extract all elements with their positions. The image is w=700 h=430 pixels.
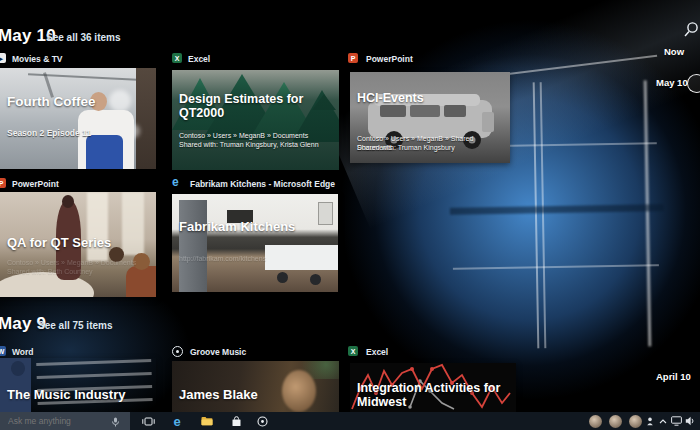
card-title: QA for QT Series (7, 236, 150, 251)
card-meta-url: http://fabrikam.com/kitchens (179, 254, 332, 263)
window-pane-edge (644, 80, 652, 346)
see-all-may-9-link[interactable]: See all 75 items (38, 320, 113, 331)
task-view-button[interactable] (137, 412, 159, 430)
activity-card-integration-activities[interactable]: Integration Activities for Midwest (350, 363, 516, 412)
powerpoint-icon: P (348, 53, 358, 63)
activity-card-fourth-coffee[interactable]: Fourth Coffee Season 2 Episode 11 (0, 68, 156, 169)
edge-icon: e (172, 177, 179, 187)
card-title: James Blake (179, 388, 333, 403)
app-label-edge-tab: Fabrikam Kitchens - Microsoft Edge (190, 179, 335, 189)
powerpoint-icon: P (0, 178, 6, 188)
card-title: Integration Activities for Midwest (357, 381, 510, 410)
activity-card-qa-qt-series[interactable]: QA for QT Series Contoso » Users » Megan… (0, 192, 156, 297)
timeline-scrubber-handle[interactable] (687, 74, 700, 93)
music-industry-thumbnail (0, 358, 156, 412)
activity-card-music-industry[interactable]: The Music Industry (0, 358, 156, 412)
search-icon[interactable] (683, 21, 700, 38)
excel-icon: X (172, 53, 182, 63)
activity-card-design-estimates[interactable]: Design Estimates for QT2000 Contoso » Us… (172, 70, 339, 170)
fabrikam-kitchens-thumbnail (172, 194, 338, 292)
card-title: HCI-Events (357, 91, 504, 105)
edge-taskbar-icon[interactable]: e (166, 412, 188, 430)
rail-label-april-10[interactable]: April 10 (656, 371, 691, 382)
microphone-icon[interactable] (111, 417, 120, 427)
app-label-powerpoint: PowerPoint (366, 54, 413, 64)
rail-label-may-10[interactable]: May 10 (656, 77, 688, 88)
people-contact-avatar[interactable] (609, 415, 622, 428)
card-title: The Music Industry (7, 388, 150, 403)
app-label-movies-tv: Movies & TV (12, 54, 63, 64)
app-label-word: Word (12, 347, 34, 357)
app-label-powerpoint: PowerPoint (12, 179, 59, 189)
people-contact-avatar[interactable] (589, 415, 602, 428)
windows-timeline-task-view: May 10 See all 36 items ▸ Movies & TV X … (0, 0, 700, 430)
app-label-excel: Excel (188, 54, 210, 64)
activity-card-james-blake[interactable]: James Blake (172, 361, 339, 412)
see-all-may-10-link[interactable]: See all 36 items (46, 32, 121, 43)
activity-card-fabrikam-kitchens[interactable]: Fabrikam Kitchens http://fabrikam.com/ki… (172, 194, 338, 292)
word-icon: W (0, 346, 6, 356)
window-mullion-shadow (450, 204, 664, 215)
store-icon[interactable] (225, 412, 247, 430)
card-title: Fourth Coffee (7, 94, 150, 110)
window-pane-edge (453, 264, 659, 270)
card-title: Fabrikam Kitchens (179, 220, 332, 235)
app-label-excel: Excel (366, 347, 388, 357)
window-pane-edge (533, 82, 540, 348)
card-meta-shared: Shared with: Truman Kingsbury (357, 143, 504, 152)
file-explorer-icon[interactable] (196, 412, 218, 430)
movies-tv-icon: ▸ (0, 53, 6, 63)
groove-music-taskbar-icon[interactable] (251, 412, 273, 430)
card-title: Design Estimates for QT2000 (179, 92, 333, 121)
activity-card-hci-events[interactable]: HCI-Events Contoso » Users » MeganB » Sh… (350, 72, 510, 163)
rail-label-now[interactable]: Now (664, 46, 684, 57)
window-pane-edge (540, 82, 547, 348)
volume-tray-icon[interactable] (682, 412, 698, 430)
groove-music-icon (172, 346, 183, 357)
card-meta-shared: Shared with: Beth Courtney (7, 267, 150, 276)
taskbar: e (0, 412, 700, 430)
card-meta-shared: Shared with: Truman Kingsbury, Krista Gl… (179, 140, 333, 149)
fourth-coffee-thumbnail (0, 68, 156, 169)
excel-icon: X (348, 346, 358, 356)
card-subtitle: Season 2 Episode 11 (7, 128, 150, 139)
app-label-groove: Groove Music (190, 347, 246, 357)
people-contact-avatar[interactable] (629, 415, 642, 428)
